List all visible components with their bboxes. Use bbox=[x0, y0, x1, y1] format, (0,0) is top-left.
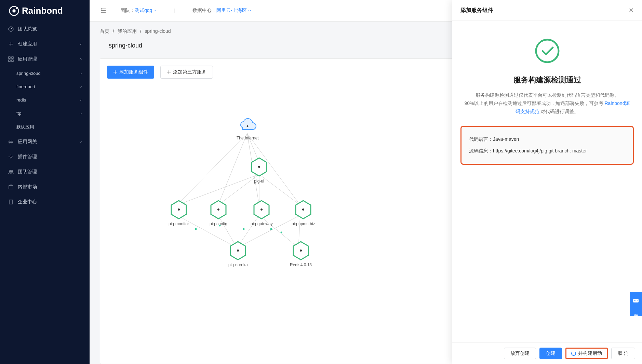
plus-icon bbox=[8, 41, 14, 47]
create-button[interactable]: 创建 bbox=[539, 348, 562, 359]
help-label: 客服 bbox=[633, 308, 639, 313]
svg-rect-12 bbox=[9, 200, 13, 204]
menu-toggle-icon[interactable] bbox=[100, 7, 107, 14]
help-widget[interactable]: 客服 bbox=[630, 292, 642, 316]
svg-rect-5 bbox=[9, 60, 10, 62]
svg-point-37 bbox=[178, 208, 180, 211]
plugin-icon bbox=[8, 154, 14, 160]
nav-team-overview[interactable]: 团队总览 bbox=[0, 22, 90, 37]
brand-icon bbox=[9, 6, 19, 16]
source-info-row: 源码信息：https://gitee.com/log4j/pig.git bra… bbox=[469, 145, 625, 157]
nav-team[interactable]: 团队管理 bbox=[0, 164, 90, 179]
svg-point-45 bbox=[237, 250, 239, 252]
node-pig-eureka[interactable]: pig-eureka bbox=[228, 241, 248, 267]
chevron-down-icon bbox=[79, 71, 83, 76]
cancel-button[interactable]: 取 消 bbox=[611, 348, 635, 359]
abandon-button[interactable]: 放弃创建 bbox=[504, 348, 536, 359]
drawer: 添加服务组件 ✕ 服务构建源检测通过 服务构建源检测通过仅代表平台可以检测到代码… bbox=[452, 0, 642, 364]
nav-enterprise[interactable]: 企业中心 bbox=[0, 194, 90, 210]
svg-rect-6 bbox=[12, 60, 13, 62]
add-service-button[interactable]: 添加服务组件 bbox=[107, 66, 154, 79]
gateway-icon bbox=[8, 139, 14, 145]
team-icon bbox=[8, 169, 14, 175]
nav-market[interactable]: 内部市场 bbox=[0, 179, 90, 194]
nav-app-manage[interactable]: 应用管理 bbox=[0, 52, 90, 67]
svg-rect-11 bbox=[9, 186, 13, 189]
drawer-title: 添加服务组件 bbox=[460, 7, 493, 14]
node-pig-gateway[interactable]: pig-gateway bbox=[251, 200, 273, 226]
grid-icon bbox=[8, 56, 14, 62]
svg-point-30 bbox=[243, 228, 245, 230]
chevron-down-icon bbox=[79, 140, 83, 144]
svg-point-31 bbox=[270, 228, 272, 230]
svg-point-52 bbox=[637, 300, 638, 301]
nav-plugin[interactable]: 插件管理 bbox=[0, 149, 90, 164]
nav-gateway[interactable]: 应用网关 bbox=[0, 134, 90, 149]
svg-point-39 bbox=[217, 208, 219, 211]
build-start-button[interactable]: 并构建启动 bbox=[565, 348, 608, 359]
node-internet[interactable]: The Internet bbox=[237, 118, 259, 140]
hexagon-icon bbox=[210, 200, 227, 219]
chat-icon bbox=[630, 295, 642, 308]
hexagon-icon bbox=[251, 157, 268, 177]
dc-select[interactable]: 阿里云-上海区 bbox=[216, 8, 252, 14]
nav-app-default[interactable]: 默认应用 bbox=[0, 120, 90, 134]
team-label: 团队： bbox=[120, 8, 135, 14]
svg-rect-3 bbox=[9, 57, 10, 58]
success-description: 服务构建源检测通过仅代表平台可以检测到代码语言类型和代码源。 90%以上的用户在… bbox=[460, 91, 634, 116]
node-pig-upms-biz[interactable]: pig-upms-biz bbox=[292, 200, 315, 226]
node-pig-monitor[interactable]: pig-monitor bbox=[169, 200, 189, 226]
market-icon bbox=[8, 184, 14, 190]
chevron-up-icon bbox=[79, 57, 83, 61]
enterprise-icon bbox=[8, 199, 14, 205]
svg-point-35 bbox=[258, 166, 260, 168]
breadcrumb-apps[interactable]: 我的应用 bbox=[118, 28, 137, 34]
hexagon-icon bbox=[295, 200, 312, 219]
svg-point-32 bbox=[281, 232, 282, 233]
hexagon-icon bbox=[170, 200, 187, 219]
svg-point-33 bbox=[247, 125, 249, 127]
node-pig-config[interactable]: pig-config bbox=[210, 200, 227, 226]
code-language-row: 代码语言：Java-maven bbox=[469, 134, 625, 145]
nav-create-app[interactable]: 创建应用 bbox=[0, 37, 90, 52]
svg-point-47 bbox=[300, 250, 302, 252]
dashboard-icon bbox=[8, 26, 14, 32]
sidebar: Rainbond 团队总览 创建应用 应用管理 spring-cloud fin… bbox=[0, 0, 90, 364]
breadcrumb-current: spring-cloud bbox=[145, 28, 171, 34]
nav-app-spring-cloud[interactable]: spring-cloud bbox=[0, 67, 90, 80]
svg-point-50 bbox=[634, 300, 635, 301]
breadcrumb-home[interactable]: 首页 bbox=[100, 28, 109, 34]
plus-icon bbox=[113, 70, 117, 74]
logo[interactable]: Rainbond bbox=[0, 0, 90, 22]
svg-point-43 bbox=[302, 208, 304, 211]
hexagon-icon bbox=[229, 241, 246, 260]
separator: | bbox=[174, 8, 175, 13]
svg-line-15 bbox=[218, 133, 247, 205]
svg-rect-4 bbox=[12, 57, 13, 58]
svg-point-51 bbox=[636, 300, 636, 301]
add-thirdparty-button[interactable]: 添加第三方服务 bbox=[160, 66, 213, 79]
chevron-down-icon bbox=[79, 98, 83, 102]
svg-point-8 bbox=[10, 156, 12, 158]
team-select[interactable]: 测试qqq bbox=[135, 8, 157, 14]
node-redis[interactable]: Redis4.0.13 bbox=[290, 241, 312, 267]
hexagon-icon bbox=[253, 200, 270, 219]
close-icon[interactable]: ✕ bbox=[629, 6, 634, 14]
chevron-down-icon bbox=[79, 42, 83, 46]
svg-line-14 bbox=[177, 133, 247, 205]
node-pig-ui[interactable]: pig-ui bbox=[251, 157, 268, 184]
chevron-down-icon bbox=[79, 85, 83, 89]
nav-app-ftp[interactable]: ftp bbox=[0, 107, 90, 120]
success-check-icon bbox=[534, 38, 560, 64]
svg-point-10 bbox=[11, 170, 13, 172]
detection-info-box: 代码语言：Java-maven 源码信息：https://gitee.com/l… bbox=[460, 126, 634, 165]
nav-app-redis[interactable]: redis bbox=[0, 93, 90, 107]
dc-label: 数据中心： bbox=[192, 8, 216, 14]
svg-point-1 bbox=[12, 9, 15, 12]
svg-point-9 bbox=[9, 170, 11, 172]
success-title: 服务构建源检测通过 bbox=[460, 75, 634, 85]
nav-app-finereport[interactable]: finereport bbox=[0, 80, 90, 93]
spinner-icon bbox=[571, 351, 576, 356]
cloud-icon bbox=[237, 118, 258, 132]
svg-point-48 bbox=[536, 40, 559, 62]
